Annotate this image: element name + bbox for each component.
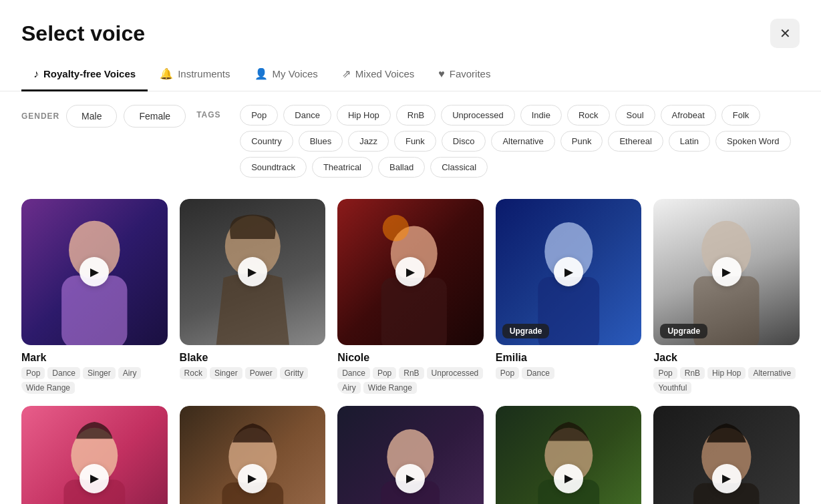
voice-card-mark[interactable]: ▶ Mark Pop Dance Singer Airy Wide Range [21,199,168,394]
voice-tags-mark: Pop Dance Singer Airy Wide Range [21,367,168,394]
voice-name-jack: Jack [653,352,800,364]
tag-folk[interactable]: Folk [721,105,761,125]
upgrade-badge-jack[interactable]: Upgrade [660,324,707,338]
tab-my-voices[interactable]: 👤 My Voices [242,61,330,91]
tag-jazz[interactable]: Jazz [348,131,389,152]
svg-point-5 [383,215,409,241]
voice-thumb-theodore: ▶ Upgrade [653,406,800,504]
heart-icon: ♥ [438,68,445,80]
svg-rect-4 [381,278,447,345]
voice-tags-nicole: Dance Pop RnB Unprocessed Airy Wide Rang… [337,367,484,394]
voice-thumb-emilia: ▶ Upgrade [496,199,642,345]
voice-card-blake[interactable]: ▶ Blake Rock Singer Power Gritty [180,199,326,394]
tab-favorites[interactable]: ♥ Favorites [426,61,502,91]
play-button-blake[interactable]: ▶ [238,257,267,286]
tag-spoken-word[interactable]: Spoken Word [715,131,791,152]
voice-name-nicole: Nicole [337,352,484,364]
gender-label: GENDER [21,111,59,121]
music-icon: ♪ [33,68,39,80]
tag-classical[interactable]: Classical [430,157,488,178]
voice-name-emilia: Emilia [496,352,642,364]
voice-thumb-amina: ▶ Upgrade [180,406,326,504]
voice-card-alyssa[interactable]: ▶ Upgrade Alyssa RnB Hip Hop Pop Unproce… [21,406,168,504]
gender-filter: GENDER Male Female [21,105,186,128]
voice-thumb-thomas: ▶ Upgrade [496,406,642,504]
close-button[interactable]: ✕ [770,19,800,48]
voice-name-blake: Blake [180,352,326,364]
tag-rock[interactable]: Rock [567,105,610,125]
play-button-amina[interactable]: ▶ [238,464,267,493]
voice-name-mark: Mark [21,352,168,364]
tag-afrobeat[interactable]: Afrobeat [661,105,716,125]
play-button-jack[interactable]: ▶ [712,257,742,286]
tag-hiphop[interactable]: Hip Hop [337,105,391,125]
mixed-icon: ⇗ [342,67,351,80]
voice-tags-jack: Pop RnB Hip Hop Alternative Youthful [653,367,800,394]
tag-rnb[interactable]: RnB [396,105,436,125]
tag-ballad[interactable]: Ballad [378,157,425,178]
nav-tabs: ♪ Royalty-free Voices 🔔 Instruments 👤 My… [0,48,821,91]
voice-card-emilia[interactable]: ▶ Upgrade Emilia Pop Dance [496,199,642,394]
voice-thumb-jack: ▶ Upgrade [653,199,800,345]
voice-card-theodore[interactable]: ▶ Upgrade Theodore Soul Deep Funk Old Sc… [653,406,800,504]
tab-my-voices-label: My Voices [273,68,318,79]
play-button-alyssa[interactable]: ▶ [79,464,109,493]
tab-royalty-free[interactable]: ♪ Royalty-free Voices [21,61,148,91]
person-icon: 👤 [255,67,268,80]
gender-male[interactable]: Male [66,105,117,128]
tab-mixed-voices[interactable]: ⇗ Mixed Voices [330,61,426,91]
bell-icon: 🔔 [160,67,173,80]
voice-card-amina[interactable]: ▶ Upgrade Amina Unprocessed Jazz Indie R… [180,406,326,504]
page-title: Select voice [21,21,145,46]
tags-label: TAGS [196,105,233,119]
filters-section: GENDER Male Female TAGS Pop Dance Hip Ho… [0,91,821,187]
voice-card-jack[interactable]: ▶ Upgrade Jack Pop RnB Hip Hop Alternati… [653,199,800,394]
play-button-theodore[interactable]: ▶ [712,464,742,493]
tag-unprocessed[interactable]: Unprocessed [441,105,515,125]
voice-tags-blake: Rock Singer Power Gritty [180,367,326,379]
play-button-emilia[interactable]: ▶ [554,257,583,286]
tag-soundtrack[interactable]: Soundtrack [240,157,307,178]
voice-card-thomas[interactable]: ▶ Upgrade Thomas Unprocessed Pop Dance R… [496,406,642,504]
tag-punk[interactable]: Punk [560,131,603,152]
tab-royalty-free-label: Royalty-free Voices [43,68,136,79]
tag-country[interactable]: Country [240,131,293,152]
voice-thumb-alyssa: ▶ Upgrade [21,406,168,504]
play-button-june[interactable]: ▶ [395,464,425,493]
tag-indie[interactable]: Indie [520,105,562,125]
tag-alternative[interactable]: Alternative [491,131,554,152]
upgrade-badge-emilia[interactable]: Upgrade [502,324,550,338]
tag-funk[interactable]: Funk [394,131,436,152]
voice-thumb-june: ▶ Upgrade [337,406,484,504]
tag-blues[interactable]: Blues [299,131,343,152]
tag-latin[interactable]: Latin [669,131,710,152]
tag-dance[interactable]: Dance [283,105,331,125]
filters-row: GENDER Male Female TAGS Pop Dance Hip Ho… [21,105,800,178]
tag-soul[interactable]: Soul [615,105,655,125]
voice-tags-emilia: Pop Dance [496,367,642,379]
page-header: Select voice ✕ [0,0,821,48]
tab-instruments[interactable]: 🔔 Instruments [148,61,242,91]
voice-thumb-mark: ▶ [21,199,168,345]
play-button-mark[interactable]: ▶ [79,257,109,286]
tags-row: Pop Dance Hip Hop RnB Unprocessed Indie … [240,105,800,178]
tag-pop[interactable]: Pop [240,105,278,125]
tag-ethereal[interactable]: Ethereal [608,131,663,152]
tab-mixed-voices-label: Mixed Voices [355,68,414,79]
play-button-nicole[interactable]: ▶ [395,257,425,286]
voices-grid: ▶ Mark Pop Dance Singer Airy Wide Range … [0,187,821,504]
tab-favorites-label: Favorites [450,68,491,79]
voice-card-june[interactable]: ▶ Upgrade June Soul Blues Jazz Singer Or… [337,406,484,504]
tag-disco[interactable]: Disco [442,131,486,152]
tag-theatrical[interactable]: Theatrical [312,157,373,178]
voice-thumb-blake: ▶ [180,199,326,345]
play-button-thomas[interactable]: ▶ [554,464,583,493]
tab-instruments-label: Instruments [178,68,230,79]
voice-thumb-nicole: ▶ [337,199,484,345]
voice-card-nicole[interactable]: ▶ Nicole Dance Pop RnB Unprocessed Airy … [337,199,484,394]
gender-female[interactable]: Female [124,105,186,128]
